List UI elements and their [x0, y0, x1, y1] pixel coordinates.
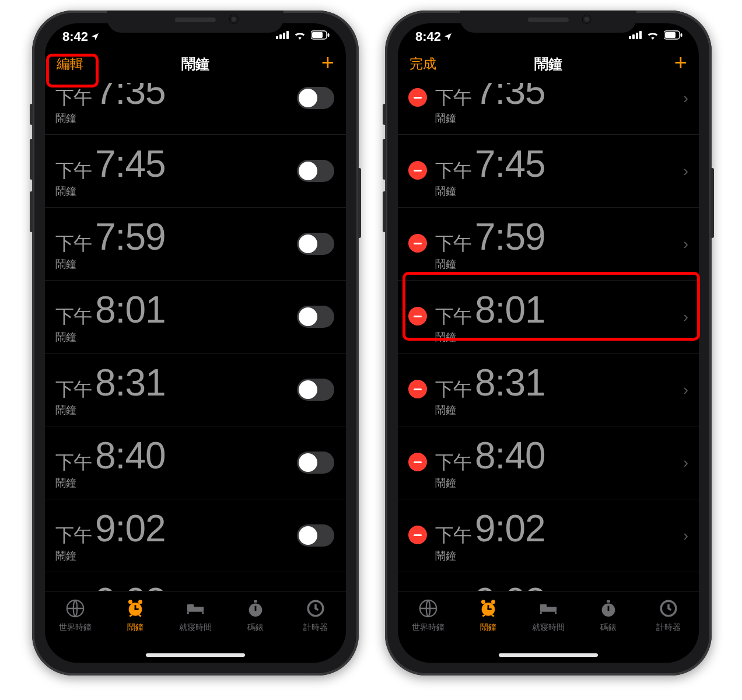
alarm-toggle[interactable] [297, 524, 334, 547]
notch [107, 10, 284, 33]
alarm-time-block: 下午7:45鬧鐘 [435, 142, 545, 198]
alarm-row[interactable]: 下午7:35鬧鐘 [45, 83, 346, 135]
alarm-list[interactable]: 下午7:35鬧鐘下午7:45鬧鐘下午7:59鬧鐘下午8:01鬧鐘下午8:31鬧鐘… [45, 83, 346, 591]
alarm-row[interactable]: 下午9:02鬧鐘 [45, 499, 346, 572]
timer-icon [659, 598, 678, 620]
alarm-row[interactable]: 下午9:03鬧鐘 [45, 572, 346, 591]
svg-rect-16 [187, 604, 194, 608]
tab-globe[interactable]: 世界時鐘 [398, 598, 458, 633]
chevron-right-icon[interactable]: › [683, 89, 688, 107]
svg-rect-40 [540, 612, 542, 614]
tab-timer[interactable]: 計時器 [286, 598, 346, 633]
stopwatch-icon [246, 598, 265, 620]
alarm-row[interactable]: 下午7:59鬧鐘 [45, 208, 346, 281]
tab-bar: 世界時鐘鬧鐘就寢時間碼錶計時器 [398, 591, 699, 663]
delete-icon[interactable] [408, 88, 427, 107]
add-alarm-button[interactable]: + [674, 51, 687, 74]
tab-globe[interactable]: 世界時鐘 [45, 598, 105, 633]
chevron-right-icon[interactable]: › [683, 527, 688, 545]
alarm-row[interactable]: 下午8:40鬧鐘 [45, 426, 346, 499]
alarm-ampm: 下午 [55, 377, 92, 402]
alarm-time: 8:31 [95, 361, 166, 404]
alarm-label: 鬧鐘 [55, 184, 166, 198]
alarm-time-block: 下午9:03鬧鐘 [435, 580, 545, 591]
alarm-label: 鬧鐘 [435, 184, 545, 198]
alarm-row[interactable]: 下午8:01鬧鐘 [45, 281, 346, 354]
chevron-right-icon[interactable]: › [683, 308, 688, 326]
alarm-label: 鬧鐘 [435, 549, 545, 563]
power-button [710, 168, 714, 238]
bed-icon [186, 598, 205, 620]
alarm-row[interactable]: 下午7:45鬧鐘 [45, 135, 346, 208]
chevron-right-icon[interactable]: › [683, 454, 688, 472]
svg-rect-17 [187, 612, 189, 614]
delete-icon[interactable] [408, 234, 427, 253]
alarm-toggle[interactable] [297, 452, 334, 474]
svg-rect-25 [636, 33, 638, 39]
volume-down-button [383, 191, 386, 232]
alarm-toggle[interactable] [297, 233, 334, 255]
screen-left: 8:42 編輯 [45, 23, 346, 663]
tab-alarm[interactable]: 鬧鐘 [105, 598, 165, 633]
alarm-ampm: 下午 [55, 231, 92, 257]
alarm-row[interactable]: 下午8:40鬧鐘› [398, 426, 699, 499]
tab-bed[interactable]: 就寢時間 [165, 598, 225, 633]
delete-icon[interactable] [408, 380, 427, 398]
alarm-row[interactable]: 下午9:03鬧鐘› [398, 572, 699, 591]
tab-timer[interactable]: 計時器 [639, 598, 699, 633]
chevron-right-icon[interactable]: › [683, 381, 688, 399]
alarm-row[interactable]: 下午7:35鬧鐘› [398, 83, 699, 135]
svg-rect-24 [632, 34, 635, 39]
svg-point-11 [128, 600, 132, 604]
tab-label: 鬧鐘 [127, 622, 144, 633]
alarm-time-block: 下午7:45鬧鐘 [55, 142, 166, 198]
delete-icon[interactable] [408, 453, 427, 471]
location-icon [443, 32, 453, 41]
alarm-time: 8:40 [95, 434, 166, 477]
timer-icon [306, 598, 326, 620]
svg-point-34 [481, 600, 485, 604]
battery-icon [664, 30, 682, 40]
nav-bar: 完成 鬧鐘 + [398, 51, 699, 83]
alarm-row[interactable]: 下午9:02鬧鐘› [398, 499, 699, 572]
svg-rect-23 [629, 36, 631, 39]
alarm-row[interactable]: 下午8:31鬧鐘› [398, 354, 699, 426]
home-indicator[interactable] [146, 653, 245, 657]
alarm-ampm: 下午 [435, 523, 471, 548]
alarm-toggle[interactable] [297, 379, 334, 401]
status-time: 8:42 [62, 29, 88, 44]
alarm-row[interactable]: 下午7:45鬧鐘› [398, 135, 699, 208]
alarm-list[interactable]: 下午7:35鬧鐘›下午7:45鬧鐘›下午7:59鬧鐘›下午8:01鬧鐘›下午8:… [398, 83, 699, 591]
alarm-time-block: 下午7:35鬧鐘 [55, 83, 166, 125]
alarm-label: 鬧鐘 [55, 111, 166, 125]
alarm-toggle[interactable] [297, 87, 334, 109]
alarm-row[interactable]: 下午8:01鬧鐘› [398, 281, 699, 354]
tab-stopwatch[interactable]: 碼錶 [226, 598, 286, 633]
wifi-icon [293, 30, 306, 40]
delete-icon[interactable] [408, 307, 427, 326]
status-time: 8:42 [415, 29, 441, 44]
tab-bed[interactable]: 就寢時間 [518, 598, 578, 633]
alarm-toggle[interactable] [297, 306, 334, 328]
tab-stopwatch[interactable]: 碼錶 [579, 598, 639, 633]
alarm-time-block: 下午8:40鬧鐘 [55, 434, 166, 490]
svg-rect-20 [254, 600, 257, 603]
delete-icon[interactable] [408, 526, 427, 544]
chevron-right-icon[interactable]: › [683, 162, 688, 180]
alarm-label: 鬧鐘 [55, 330, 166, 344]
alarm-row[interactable]: 下午8:31鬧鐘 [45, 354, 346, 426]
tab-alarm[interactable]: 鬧鐘 [458, 598, 518, 633]
home-indicator[interactable] [499, 653, 598, 657]
chevron-right-icon[interactable]: › [683, 235, 688, 253]
alarm-toggle[interactable] [297, 160, 334, 182]
tab-label: 就寢時間 [179, 622, 212, 633]
tab-label: 計時器 [656, 622, 681, 633]
tab-label: 就寢時間 [532, 622, 565, 633]
alarm-time: 7:59 [95, 215, 166, 258]
delete-icon[interactable] [408, 161, 427, 180]
alarm-row[interactable]: 下午7:59鬧鐘› [398, 208, 699, 281]
alarm-time-block: 下午8:01鬧鐘 [435, 288, 545, 344]
alarm-label: 鬧鐘 [55, 403, 166, 417]
alarm-ampm: 下午 [55, 450, 92, 475]
add-alarm-button[interactable]: + [321, 51, 334, 74]
